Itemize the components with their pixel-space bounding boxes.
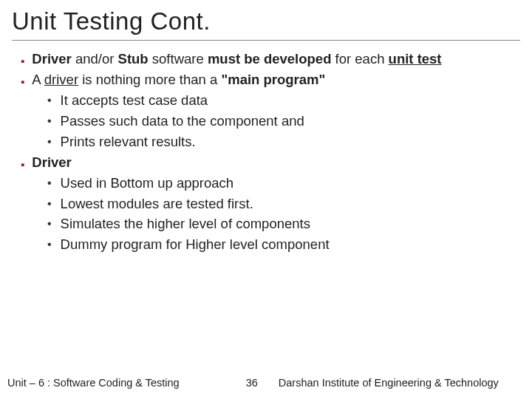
square-bullet-icon: ▪ [21, 74, 24, 89]
slide-title: Unit Testing Cont. [12, 7, 520, 41]
dot-bullet-icon: • [47, 236, 52, 253]
slide-footer: Unit – 6 : Software Coding & Testing 36 … [0, 377, 532, 389]
text-driver-underline: driver [44, 72, 78, 87]
subbullet-dummy-program: • Dummy program for Higher level compone… [47, 235, 520, 254]
square-bullet-icon: ▪ [21, 157, 24, 172]
bullet-driver-stub: ▪ Driver and/or Stub software must be de… [21, 50, 520, 69]
bullet-driver-definition: ▪ A driver is nothing more than a "main … [21, 70, 520, 89]
footer-page-number: 36 [246, 377, 258, 389]
text-stub: Stub [118, 51, 149, 66]
text-main-program: "main program" [221, 72, 325, 87]
dot-bullet-icon: • [47, 134, 52, 150]
dot-bullet-icon: • [47, 196, 52, 212]
square-bullet-icon: ▪ [21, 53, 24, 69]
text-driver: Driver [32, 51, 71, 66]
subbullet-simulates: • Simulates the higher level of componen… [47, 214, 520, 233]
text-unit-test: unit test [389, 51, 442, 66]
dot-bullet-icon: • [47, 216, 52, 232]
slide: Unit Testing Cont. ▪ Driver and/or Stub … [0, 0, 532, 399]
footer-institute: Darshan Institute of Engineering & Techn… [279, 377, 525, 389]
subbullet-bottom-up: • Used in Bottom up approach [47, 174, 520, 193]
subbullet-lowest-modules: • Lowest modules are tested first. [47, 194, 520, 214]
subbullet-passes-data: • Passes such data to the component and [47, 112, 520, 131]
dot-bullet-icon: • [47, 175, 52, 191]
bullet-driver-heading: ▪ Driver [21, 153, 520, 172]
subbullet-accepts-data: • It accepts test case data [47, 91, 520, 110]
footer-unit-label: Unit – 6 : Software Coding & Testing [7, 377, 180, 389]
dot-bullet-icon: • [47, 92, 52, 109]
dot-bullet-icon: • [47, 113, 52, 129]
slide-body: ▪ Driver and/or Stub software must be de… [12, 50, 520, 254]
text-must-be-developed: must be developed [208, 51, 332, 66]
subbullet-prints-results: • Prints relevant results. [47, 132, 520, 151]
